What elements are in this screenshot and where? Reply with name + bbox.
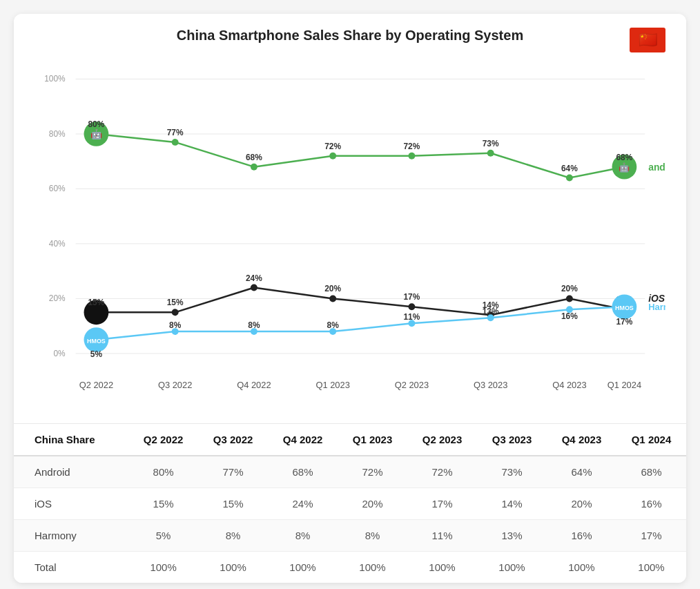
ios-val-3: 20% [324, 284, 341, 293]
cell-3-3: 100% [338, 552, 407, 583]
ios-val-4: 17% [403, 292, 420, 302]
col-header-q4-2022: Q4 2022 [268, 424, 338, 456]
harmony-val-5: 13% [483, 307, 499, 316]
row-label-total: Total [14, 552, 128, 583]
android-icon-text-last: 🤖 [619, 162, 630, 173]
table-body: Android80%77%68%72%72%73%64%68%iOS15%15%… [14, 456, 686, 583]
harmony-val-7: 17% [616, 317, 632, 327]
android-dot-6 [566, 175, 573, 182]
harmony-val-4: 11% [403, 312, 420, 322]
table-section: China Share Q2 2022 Q3 2022 Q4 2022 Q1 2… [14, 424, 686, 583]
cell-1-3: 20% [338, 488, 407, 520]
cell-3-6: 100% [547, 552, 616, 583]
svg-text:Q4 2023: Q4 2023 [552, 380, 587, 390]
svg-text:Q2 2022: Q2 2022 [79, 380, 114, 390]
ios-dot-1 [172, 309, 179, 316]
ios-dot-6 [566, 295, 573, 302]
harmony-icon-text: HMOS [87, 338, 106, 345]
cell-1-1: 15% [198, 488, 268, 520]
cell-0-7: 68% [616, 456, 686, 488]
col-header-q3-2023: Q3 2023 [477, 424, 547, 456]
cell-3-7: 100% [616, 552, 686, 583]
svg-text:20%: 20% [49, 293, 66, 303]
cell-0-1: 77% [198, 456, 268, 488]
ios-dot-3 [329, 295, 336, 302]
cell-3-5: 100% [477, 552, 547, 583]
ios-dot-2 [251, 284, 257, 291]
chart-area: 100% 80% 60% 40% 20% 0% Q2 2022 Q3 2022 … [35, 57, 665, 416]
cell-2-3: 8% [338, 520, 407, 552]
cell-3-4: 100% [407, 552, 477, 583]
cell-3-1: 100% [198, 552, 268, 583]
harmony-label: HarmonyOS [648, 302, 665, 312]
table-row: Harmony5%8%8%8%11%13%16%17% [14, 520, 686, 552]
cell-2-4: 11% [407, 520, 477, 552]
col-header-q4-2023: Q4 2023 [547, 424, 616, 456]
android-val-7: 68% [616, 153, 632, 162]
line-chart: 100% 80% 60% 40% 20% 0% Q2 2022 Q3 2022 … [35, 57, 665, 416]
row-label-android: Android [14, 456, 128, 488]
cell-2-7: 17% [616, 520, 686, 552]
svg-text:0%: 0% [53, 349, 66, 358]
main-container: China Smartphone Sales Share by Operatin… [14, 14, 686, 583]
col-header-q2-2023: Q2 2023 [407, 424, 477, 456]
col-header-q1-2024: Q1 2024 [616, 424, 686, 456]
android-dot-4 [408, 153, 415, 160]
ios-val-2: 24% [246, 273, 262, 283]
chart-title: China Smartphone Sales Share by Operatin… [35, 28, 665, 44]
col-header-q1-2023: Q1 2023 [338, 424, 407, 456]
harmony-val-6: 16% [561, 311, 578, 321]
ios-val-1: 15% [167, 298, 184, 307]
col-header-china-share: China Share [14, 424, 128, 456]
android-val-0: 80% [88, 119, 104, 129]
svg-text:Q1 2023: Q1 2023 [315, 380, 350, 390]
harmony-val-2: 8% [248, 320, 260, 330]
row-label-ios: iOS [14, 488, 128, 520]
android-val-1: 77% [167, 128, 184, 137]
ios-val-0: 15% [88, 298, 104, 307]
android-val-5: 73% [483, 139, 499, 148]
cell-2-0: 5% [128, 520, 198, 552]
cell-1-4: 17% [407, 488, 477, 520]
android-val-4: 72% [403, 142, 420, 151]
harmony-val-0: 5% [90, 349, 103, 359]
cell-1-2: 24% [268, 488, 338, 520]
cell-0-5: 73% [477, 456, 547, 488]
china-flag-icon: 🇨🇳 [630, 28, 665, 52]
cell-2-1: 8% [198, 520, 268, 552]
data-table: China Share Q2 2022 Q3 2022 Q4 2022 Q1 2… [14, 424, 686, 583]
android-dot-3 [329, 153, 336, 160]
cell-2-5: 13% [477, 520, 547, 552]
harmony-icon-text-last: HMOS [615, 305, 634, 311]
cell-1-5: 14% [477, 488, 547, 520]
cell-0-4: 72% [407, 456, 477, 488]
ios-val-6: 20% [561, 284, 578, 293]
android-icon-text: 🤖 [90, 128, 103, 140]
android-dot-2 [251, 164, 257, 171]
cell-2-6: 16% [547, 520, 616, 552]
android-val-3: 72% [324, 142, 341, 151]
ios-dot-4 [408, 303, 415, 310]
svg-text:Q3 2022: Q3 2022 [158, 380, 193, 390]
cell-1-0: 15% [128, 488, 198, 520]
android-label: android [648, 162, 665, 173]
svg-text:60%: 60% [49, 184, 66, 193]
table-row: Total100%100%100%100%100%100%100%100% [14, 552, 686, 583]
cell-3-2: 100% [268, 552, 338, 583]
cell-1-6: 20% [547, 488, 616, 520]
android-dot-5 [487, 150, 494, 157]
svg-text:40%: 40% [49, 239, 66, 249]
cell-0-0: 80% [128, 456, 198, 488]
table-row: iOS15%15%24%20%17%14%20%16% [14, 488, 686, 520]
cell-2-2: 8% [268, 520, 338, 552]
cell-1-7: 16% [616, 488, 686, 520]
svg-text:Q4 2022: Q4 2022 [237, 380, 271, 390]
cell-0-2: 68% [268, 456, 338, 488]
chart-section: China Smartphone Sales Share by Operatin… [14, 14, 686, 424]
android-val-2: 68% [246, 153, 262, 162]
svg-text:80%: 80% [49, 129, 66, 139]
svg-text:Q2 2023: Q2 2023 [395, 380, 429, 390]
svg-text:Q1 2024: Q1 2024 [607, 380, 642, 390]
table-row: Android80%77%68%72%72%73%64%68% [14, 456, 686, 488]
harmony-val-3: 8% [327, 320, 340, 330]
